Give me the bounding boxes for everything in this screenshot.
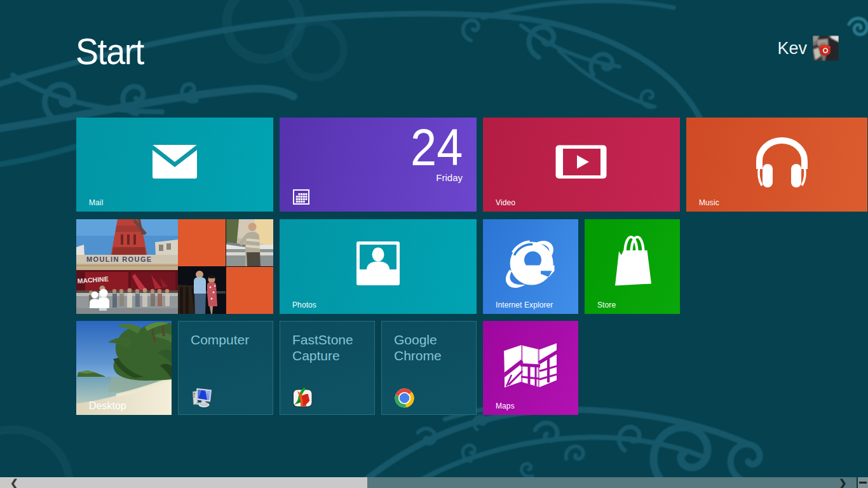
svg-text:MOULIN ROUGE: MOULIN ROUGE <box>86 255 153 263</box>
